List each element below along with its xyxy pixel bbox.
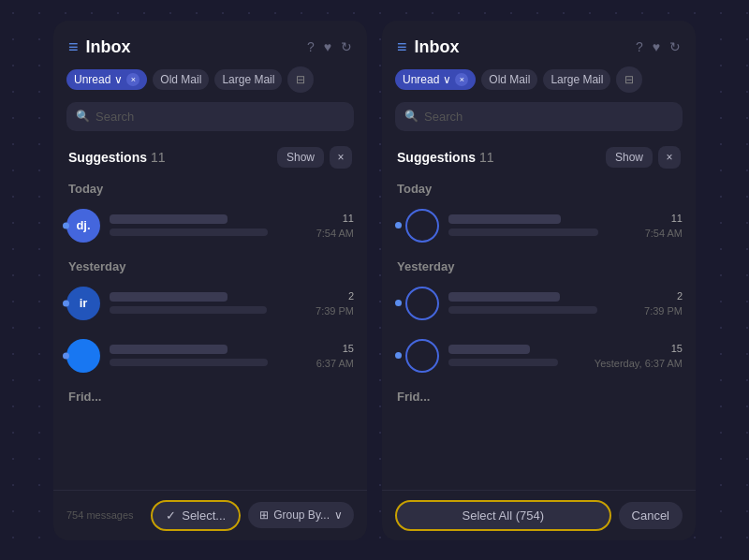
left-search-box[interactable]: 🔍 Search [66,102,354,131]
right-old-mail-chip-label: Old Mail [489,73,530,86]
heart-icon[interactable]: ♥ [324,39,331,54]
help-icon[interactable]: ? [307,39,315,54]
right-select-all-button[interactable]: Select All (754) [395,500,611,531]
right-today-label: Today [382,174,696,199]
right-mail-item-3[interactable]: 15 Yesterday, 6:37 AM [382,330,696,382]
right-unread-dot-2 [395,300,402,306]
left-mail-meta-2: 2 7:39 PM [316,290,354,317]
right-mail-item-2[interactable]: 2 7:39 PM [382,277,696,330]
left-mail-content-3 [110,345,307,366]
left-mail-time-2: 7:39 PM [316,305,354,317]
left-subject-bar-1 [110,228,268,236]
large-mail-chip-label: Large Mail [222,73,274,86]
left-avatar-1: dj. [66,209,100,243]
right-mail-item-1[interactable]: 11 7:54 AM [382,199,696,252]
select-check-icon: ✓ [166,508,176,523]
left-subject-bar-2 [110,306,267,314]
right-refresh-icon[interactable]: ↻ [669,39,681,54]
left-filter-row: Unread ∨ × Old Mail Large Mail ⊟ [53,66,367,102]
right-search-icon: 🔍 [404,110,419,123]
filter-icon[interactable]: ⊟ [287,66,314,93]
left-name-bar-3 [110,345,228,354]
right-filter-row: Unread ∨ × Old Mail Large Mail ⊟ [382,66,696,102]
right-large-mail-filter-chip[interactable]: Large Mail [543,69,610,90]
left-mail-item-3[interactable]: 15 6:37 AM [53,330,367,382]
select-all-label: Select All (754) [463,508,544,523]
unread-dot-1 [63,222,69,228]
right-header: ≡ Inbox ? ♥ ↻ [382,21,696,66]
right-heart-icon[interactable]: ♥ [653,39,660,54]
unread-filter-chip[interactable]: Unread ∨ × [66,69,147,90]
right-mail-count-1: 11 [671,213,683,224]
unread-chip-close[interactable]: × [126,73,140,86]
right-avatar-3 [405,339,439,373]
right-suggestions-actions: Show × [606,146,681,169]
left-name-bar-1 [110,214,228,224]
left-bottom-bar: 754 messages ✓ Select... ⊞ Group By... ∨ [53,490,367,540]
unread-dot-2 [63,300,69,306]
right-name-bar-2 [448,292,560,302]
right-suggestions-close[interactable]: × [658,146,681,169]
left-mail-count-3: 15 [343,343,354,354]
group-label: Group By... [273,508,330,522]
left-mail-content-1 [110,214,307,236]
left-select-button[interactable]: ✓ Select... [151,500,241,531]
right-unread-chip-close[interactable]: × [455,73,468,86]
large-mail-filter-chip[interactable]: Large Mail [214,69,282,90]
right-mail-time-1: 7:54 AM [645,228,683,239]
right-mail-meta-3: 15 Yesterday, 6:37 AM [595,343,683,369]
right-title: ≡ Inbox [397,37,460,57]
right-filter-icon[interactable]: ⊟ [616,66,642,93]
right-unread-dot-3 [395,352,402,359]
right-mail-time-2: 7:39 PM [644,305,683,317]
left-count-label: 754 messages [66,509,143,521]
right-subject-bar-3 [448,359,558,366]
right-large-mail-chip-label: Large Mail [551,73,603,86]
search-icon: 🔍 [76,110,90,123]
left-header: ≡ Inbox ? ♥ ↻ [53,21,367,66]
right-show-button[interactable]: Show [606,147,653,168]
left-mail-item-2[interactable]: ir 2 7:39 PM [53,277,367,330]
right-mail-content-3 [448,345,585,366]
unread-chip-chevron: ∨ [114,73,123,86]
right-old-mail-filter-chip[interactable]: Old Mail [481,69,537,90]
left-mail-count-1: 11 [343,213,354,224]
right-avatar-1 [405,209,439,243]
left-title-text: Inbox [86,37,131,57]
select-label: Select... [182,508,226,523]
right-cancel-button[interactable]: Cancel [619,502,683,529]
left-mail-content-2 [110,292,306,314]
left-mail-time-1: 7:54 AM [316,228,354,239]
left-avatar-2: ir [66,287,100,320]
right-mail-meta-1: 11 7:54 AM [645,213,683,239]
old-mail-filter-chip[interactable]: Old Mail [153,69,209,90]
right-name-bar-1 [448,214,561,224]
right-mail-content-1 [448,214,636,236]
layers-icon: ⊞ [259,508,269,522]
left-group-button[interactable]: ⊞ Group By... ∨ [248,502,354,528]
right-avatar-2 [405,287,439,320]
right-mail-content-2 [448,292,635,314]
right-help-icon[interactable]: ? [636,39,643,54]
right-mail-count-2: 2 [677,290,683,302]
old-mail-chip-label: Old Mail [160,73,201,86]
right-friday-label: Frid... [382,382,696,407]
left-search-row: 🔍 Search [53,102,367,140]
left-suggestions-actions: Show × [277,146,352,169]
left-friday-label: Frid... [53,382,367,407]
left-mail-item-1[interactable]: dj. 11 7:54 AM [53,199,367,252]
right-unread-filter-chip[interactable]: Unread ∨ × [395,69,476,90]
right-yesterday-label: Yesterday [382,252,696,277]
right-mail-meta-2: 2 7:39 PM [644,290,683,317]
left-yesterday-label: Yesterday [53,252,367,277]
right-unread-dot-1 [395,222,402,228]
left-mail-meta-3: 15 6:37 AM [316,343,354,369]
refresh-icon[interactable]: ↻ [341,39,352,54]
right-unread-chip-chevron: ∨ [443,73,451,86]
right-search-box[interactable]: 🔍 Search [395,102,683,131]
left-today-label: Today [53,174,367,199]
left-suggestions-close[interactable]: × [330,146,352,169]
left-subject-bar-3 [110,359,268,366]
right-subject-bar-1 [448,228,598,236]
left-show-button[interactable]: Show [277,147,324,168]
